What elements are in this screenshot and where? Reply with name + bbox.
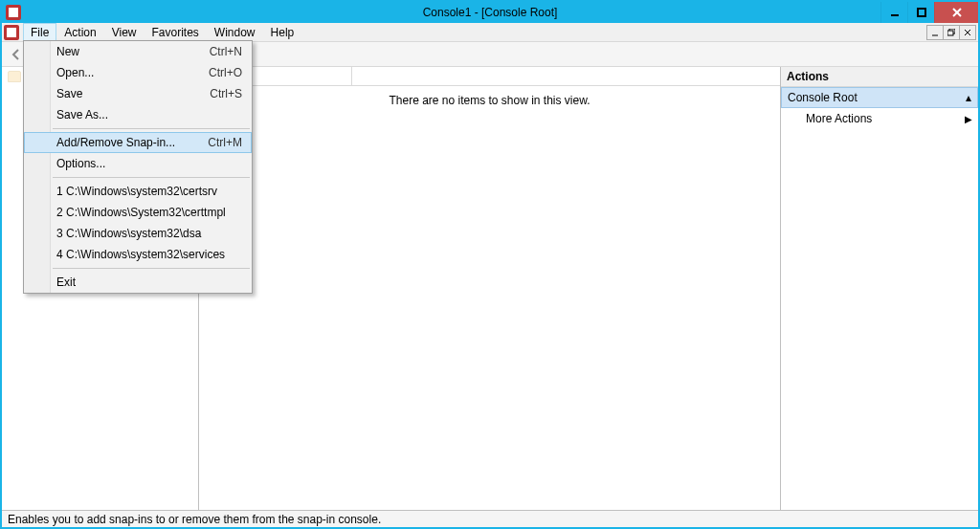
menu-item-label: Open...: [56, 66, 94, 79]
menu-item-label: Save As...: [56, 108, 108, 121]
menu-item-shortcut: Ctrl+N: [210, 45, 242, 58]
menu-item-save-as[interactable]: Save As...: [24, 104, 252, 125]
minimize-button[interactable]: [880, 2, 907, 23]
minimize-icon: [890, 8, 900, 17]
menu-item-add-remove-snapin[interactable]: Add/Remove Snap-in... Ctrl+M: [24, 132, 252, 153]
list-header: [199, 67, 780, 86]
menu-item-shortcut: Ctrl+S: [210, 87, 242, 100]
menubar: File Action View Favorites Window Help: [2, 23, 978, 42]
actions-header: Actions: [781, 67, 978, 87]
menu-item-recent-1[interactable]: 1 C:\Windows\system32\certsrv: [24, 181, 252, 202]
app-window: Console1 - [Console Root] File Action Vi…: [0, 0, 980, 529]
titlebar[interactable]: Console1 - [Console Root]: [2, 2, 978, 23]
menu-item-options[interactable]: Options...: [24, 153, 252, 174]
content-pane[interactable]: There are no items to show in this view.: [199, 67, 781, 510]
status-text: Enables you to add snap-ins to or remove…: [8, 513, 381, 526]
menu-item-shortcut: Ctrl+O: [209, 66, 242, 79]
menu-item-label: 2 C:\Windows\System32\certtmpl: [56, 206, 226, 219]
actions-pane: Actions Console Root ▴ More Actions ▶: [781, 67, 978, 510]
menu-item-save[interactable]: Save Ctrl+S: [24, 83, 252, 104]
system-menu-icon[interactable]: [4, 25, 19, 40]
collapse-icon: ▴: [966, 91, 971, 104]
submenu-arrow-icon: ▶: [965, 114, 972, 124]
menu-view[interactable]: View: [104, 23, 145, 41]
mdi-close-button[interactable]: [959, 25, 976, 40]
menu-file[interactable]: File: [23, 23, 56, 41]
menu-item-label: 3 C:\Windows\system32\dsa: [56, 227, 201, 240]
maximize-icon: [917, 8, 926, 17]
svg-rect-6: [947, 31, 953, 35]
menu-item-label: 1 C:\Windows\system32\certsrv: [56, 185, 217, 198]
menu-separator: [53, 268, 250, 269]
menu-separator: [53, 128, 250, 129]
menu-favorites[interactable]: Favorites: [145, 23, 207, 41]
menu-help[interactable]: Help: [263, 23, 302, 41]
menu-item-open[interactable]: Open... Ctrl+O: [24, 62, 252, 83]
menu-item-label: 4 C:\Windows\system32\services: [56, 248, 225, 261]
menu-item-label: Add/Remove Snap-in...: [56, 136, 175, 149]
arrow-left-icon: [10, 48, 23, 61]
empty-message: There are no items to show in this view.: [199, 86, 780, 115]
actions-item-more[interactable]: More Actions ▶: [781, 108, 978, 129]
window-controls: [880, 2, 978, 23]
actions-group-console-root[interactable]: Console Root ▴: [781, 87, 978, 108]
menu-item-recent-2[interactable]: 2 C:\Windows\System32\certtmpl: [24, 202, 252, 223]
window-title: Console1 - [Console Root]: [2, 6, 978, 19]
menu-window[interactable]: Window: [207, 23, 263, 41]
menu-item-exit[interactable]: Exit: [24, 272, 252, 293]
menu-item-recent-3[interactable]: 3 C:\Windows\system32\dsa: [24, 223, 252, 244]
menu-item-label: New: [56, 45, 79, 58]
menu-item-new[interactable]: New Ctrl+N: [24, 41, 252, 62]
folder-icon: [8, 71, 21, 82]
app-icon: [6, 5, 21, 20]
menu-action[interactable]: Action: [56, 23, 103, 41]
statusbar: Enables you to add snap-ins to or remove…: [2, 510, 978, 527]
menu-item-label: Save: [56, 87, 82, 100]
svg-rect-1: [918, 9, 925, 16]
mdi-minimize-button[interactable]: [926, 25, 944, 40]
menu-item-label: Exit: [56, 276, 76, 289]
menu-separator: [53, 177, 250, 178]
close-icon: [952, 8, 962, 17]
maximize-button[interactable]: [907, 2, 934, 23]
actions-item-label: More Actions: [806, 112, 872, 125]
menu-item-label: Options...: [56, 157, 105, 170]
close-button[interactable]: [934, 2, 978, 23]
mdi-controls: [927, 23, 978, 41]
menu-item-recent-4[interactable]: 4 C:\Windows\system32\services: [24, 244, 252, 265]
actions-group-label: Console Root: [788, 91, 858, 104]
menu-item-shortcut: Ctrl+M: [208, 136, 242, 149]
file-menu-dropdown: New Ctrl+N Open... Ctrl+O Save Ctrl+S Sa…: [23, 40, 253, 294]
mdi-restore-button[interactable]: [943, 25, 960, 40]
